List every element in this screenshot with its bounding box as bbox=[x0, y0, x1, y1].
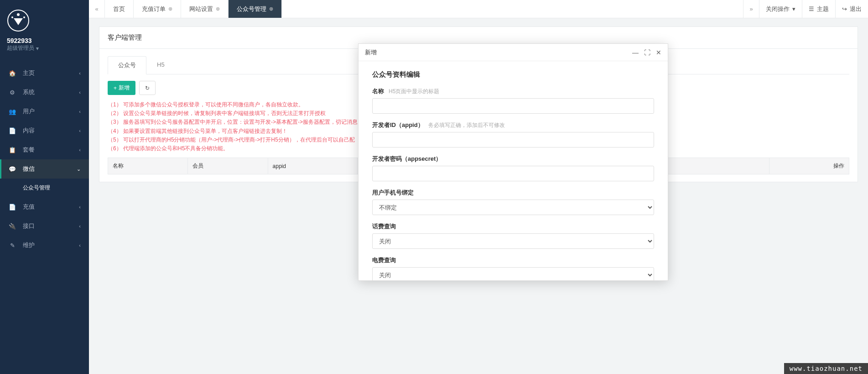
brand-role[interactable]: 超级管理员▾ bbox=[7, 44, 82, 52]
close-operations[interactable]: 关闭操作▾ bbox=[759, 0, 802, 18]
nav-icon: 📄 bbox=[8, 127, 16, 134]
sidebar-subitem[interactable]: 公众号管理 bbox=[0, 179, 89, 197]
refresh-button[interactable]: ↻ bbox=[139, 81, 156, 95]
column-0: 名称 bbox=[108, 158, 188, 174]
nav-icon: 🏠 bbox=[8, 70, 16, 77]
sidebar-item-3[interactable]: 📄内容‹ bbox=[0, 121, 89, 140]
chevron-down-icon: ▾ bbox=[36, 45, 39, 52]
elec-query-select[interactable]: 关闭 bbox=[372, 267, 654, 280]
tab-close-icon[interactable]: ⊗ bbox=[269, 6, 273, 12]
name-input[interactable] bbox=[372, 98, 654, 114]
tab-3[interactable]: 公众号管理⊗ bbox=[229, 0, 282, 18]
watermark: www.tiaozhuan.net bbox=[784, 363, 868, 374]
chevron-icon: ‹ bbox=[79, 90, 81, 95]
tabbar: « 首页充值订单⊗网站设置⊗公众号管理⊗ » 关闭操作▾ ☰主题 ↪退出 bbox=[89, 0, 868, 18]
tabs-scroll-left[interactable]: « bbox=[89, 0, 105, 18]
tab-1[interactable]: 充值订单⊗ bbox=[134, 0, 181, 18]
sidebar-item-1[interactable]: ⚙系统‹ bbox=[0, 83, 89, 102]
modal-body: 公众号资料编辑 名称H5页面中显示的标题 开发者ID（appid）务必填写正确，… bbox=[359, 61, 668, 280]
nav-icon: 💬 bbox=[8, 166, 16, 173]
chevron-icon: ⌄ bbox=[77, 166, 81, 172]
tab-close-icon[interactable]: ⊗ bbox=[216, 6, 220, 12]
tab-0[interactable]: 首页 bbox=[105, 0, 134, 18]
chevron-icon: ‹ bbox=[79, 242, 81, 248]
theme-button[interactable]: ☰主题 bbox=[802, 0, 835, 18]
phone-bind-select[interactable]: 不绑定 bbox=[372, 200, 654, 215]
sidebar-item-0[interactable]: 🏠主页‹ bbox=[0, 63, 89, 83]
minimize-icon[interactable]: — bbox=[632, 49, 639, 56]
chevron-icon: ‹ bbox=[79, 204, 81, 210]
chevron-icon: ‹ bbox=[79, 109, 81, 114]
nav: 🏠主页‹⚙系统‹👥用户‹📄内容‹📋套餐‹💬微信⌄公众号管理📄充值‹🔌接口‹✎维护… bbox=[0, 63, 89, 255]
plus-icon: + bbox=[114, 85, 117, 91]
maximize-icon[interactable]: ⛶ bbox=[644, 49, 650, 56]
field-appid: 开发者ID（appid）务必填写正确，添加后不可修改 bbox=[372, 121, 654, 147]
inner-tab-1[interactable]: H5 bbox=[146, 56, 175, 74]
chevron-icon: ‹ bbox=[79, 147, 81, 153]
brand-name: 5922933 bbox=[7, 37, 82, 44]
sidebar-item-7[interactable]: 🔌接口‹ bbox=[0, 216, 89, 236]
sidebar-item-6[interactable]: 📄充值‹ bbox=[0, 197, 89, 216]
phone-query-select[interactable]: 关闭 bbox=[372, 233, 654, 249]
close-icon[interactable]: ✕ bbox=[656, 49, 661, 56]
nav-icon: ⚙ bbox=[8, 89, 16, 96]
column-2: appid bbox=[268, 158, 357, 174]
add-button[interactable]: +新增 bbox=[108, 81, 135, 95]
modal-head[interactable]: 新增 — ⛶ ✕ bbox=[359, 44, 668, 61]
content: 客户端管理 公众号H5 +新增 ↻ （1） 可添加多个微信公众号授权登录，可以使… bbox=[89, 18, 868, 374]
sidebar-item-8[interactable]: ✎维护‹ bbox=[0, 236, 89, 255]
nav-icon: ✎ bbox=[8, 242, 16, 249]
appsecret-input[interactable] bbox=[372, 166, 654, 181]
sidebar-item-5[interactable]: 💬微信⌄ bbox=[0, 159, 89, 179]
field-phone-query: 话费查询 关闭 bbox=[372, 222, 654, 249]
field-phone-bind: 用户手机号绑定 不绑定 bbox=[372, 189, 654, 215]
theme-icon: ☰ bbox=[809, 5, 814, 12]
modal-title: 新增 bbox=[365, 48, 377, 57]
tabs: 首页充值订单⊗网站设置⊗公众号管理⊗ bbox=[105, 0, 282, 18]
tab-2[interactable]: 网站设置⊗ bbox=[181, 0, 229, 18]
main: « 首页充值订单⊗网站设置⊗公众号管理⊗ » 关闭操作▾ ☰主题 ↪退出 客户端… bbox=[89, 0, 868, 374]
svg-point-2 bbox=[11, 16, 13, 18]
appid-input[interactable] bbox=[372, 132, 654, 147]
field-name: 名称H5页面中显示的标题 bbox=[372, 87, 654, 114]
field-elec-query: 电费查询 关闭 bbox=[372, 256, 654, 280]
tab-close-icon[interactable]: ⊗ bbox=[168, 6, 172, 12]
nav-icon: 📄 bbox=[8, 204, 16, 211]
brand: 5922933 超级管理员▾ bbox=[0, 0, 89, 57]
column-1: 会员 bbox=[188, 158, 268, 174]
exit-icon: ↪ bbox=[842, 5, 847, 12]
column-6: 操作 bbox=[769, 158, 849, 174]
svg-point-3 bbox=[23, 16, 25, 18]
sidebar-item-4[interactable]: 📋套餐‹ bbox=[0, 140, 89, 159]
chevron-icon: ‹ bbox=[79, 223, 81, 229]
inner-tab-0[interactable]: 公众号 bbox=[108, 56, 146, 74]
nav-icon: 📋 bbox=[8, 147, 16, 153]
nav-icon: 👥 bbox=[8, 108, 16, 115]
exit-button[interactable]: ↪退出 bbox=[835, 0, 868, 18]
chevron-down-icon: ▾ bbox=[792, 5, 795, 12]
svg-point-1 bbox=[17, 13, 20, 16]
modal: 新增 — ⛶ ✕ 公众号资料编辑 名称H5页面中显示的标题 开发者ID（appi… bbox=[358, 43, 668, 281]
logo-icon bbox=[7, 9, 30, 32]
form-title: 公众号资料编辑 bbox=[372, 70, 654, 79]
field-appsecret: 开发者密码（appsecret） bbox=[372, 155, 654, 181]
chevron-icon: ‹ bbox=[79, 70, 81, 76]
sidebar: 5922933 超级管理员▾ 🏠主页‹⚙系统‹👥用户‹📄内容‹📋套餐‹💬微信⌄公… bbox=[0, 0, 89, 374]
sidebar-item-2[interactable]: 👥用户‹ bbox=[0, 102, 89, 121]
chevron-icon: ‹ bbox=[79, 128, 81, 133]
nav-icon: 🔌 bbox=[8, 223, 16, 230]
tabs-scroll-right[interactable]: » bbox=[743, 0, 759, 18]
